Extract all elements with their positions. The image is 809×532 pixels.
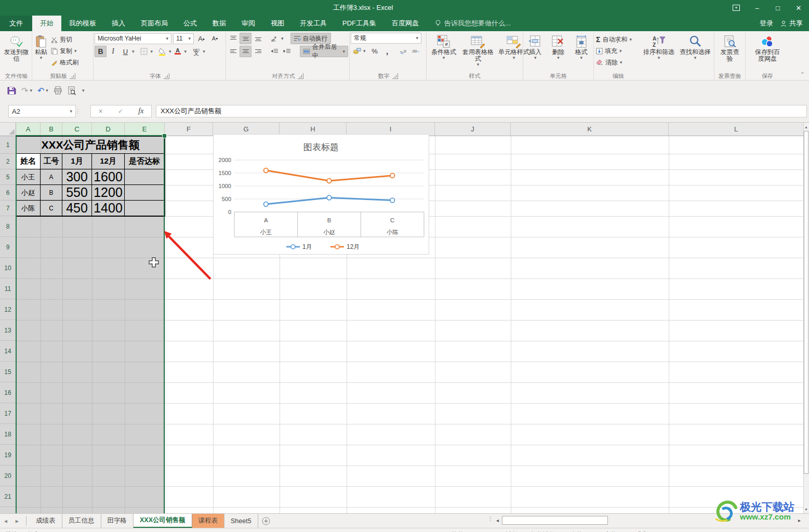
sheet-tab-田字格[interactable]: 田字格 [101,514,134,528]
underline-dropdown-icon[interactable]: ▾ [132,49,135,54]
ribbon-tab-PDF工具集[interactable]: PDF工具集 [335,16,384,31]
column-header-J[interactable]: J [435,123,511,136]
cell-C5[interactable]: 300 [62,169,92,185]
row-header-14[interactable]: 14 [0,341,16,362]
row-header-11[interactable]: 11 [0,278,16,299]
spreadsheet-area[interactable]: XXX公司产品销售额姓名工号1月12月是否达标小王A3001600小赵B5501… [0,123,803,513]
cell-header-1月[interactable]: 1月 [62,154,92,169]
active-cell-A2[interactable]: 姓名 [16,154,41,169]
fill-button[interactable]: 填充▾ [595,45,640,57]
sales-line-chart[interactable]: 图表标题0500100015002000A小王B小赵C小陈1月12月 [214,135,429,254]
fill-color-icon[interactable] [156,46,168,57]
dialog-launcher-icon[interactable] [70,73,75,79]
dialog-launcher-icon[interactable] [392,73,398,79]
increase-indent-icon[interactable] [281,46,293,57]
qat-customize-icon[interactable]: ▾ [82,88,85,93]
redo-button[interactable]: ↷▾ [21,86,32,96]
cell-B7[interactable]: C [41,201,62,216]
maximize-button[interactable]: □ [767,0,788,16]
row-header-2[interactable]: 2 [0,154,16,169]
invoice-check-button[interactable]: 发票查验 [718,33,742,62]
font-name-select[interactable]: Microsoft YaHei▾ [95,33,171,44]
row-header-12[interactable]: 12 [0,299,16,320]
ribbon-tab-公式[interactable]: 公式 [176,16,205,31]
decrease-font-icon[interactable]: A▾ [209,33,221,44]
decrease-decimal-icon[interactable]: .00→ [410,45,422,57]
increase-font-icon[interactable]: A▴ [195,33,207,44]
selection-fill-handle[interactable] [162,134,167,138]
align-right-icon[interactable] [252,46,264,57]
borders-icon[interactable] [138,46,150,57]
cell-D7[interactable]: 1400 [92,201,125,216]
conditional-formatting-button[interactable]: ≠ 条件格式 ▾ [428,33,460,60]
cell-C6[interactable]: 550 [62,185,92,201]
clear-button[interactable]: 清除▾ [595,57,640,68]
delete-cells-button[interactable]: 删除 ▾ [550,33,566,60]
row-header-partial[interactable] [0,507,16,513]
comma-style-icon[interactable]: , [381,45,393,57]
column-header-F[interactable]: F [165,123,213,136]
row-header-6[interactable]: 6 [0,185,16,201]
column-header-B[interactable]: B [41,123,62,136]
cell-E6[interactable] [125,185,165,201]
save-to-baidu-button[interactable]: 保存到百度网盘 [751,33,784,62]
align-top-icon[interactable] [227,33,239,44]
row-header-8[interactable]: 8 [0,216,16,237]
ribbon-tab-页面布局[interactable]: 页面布局 [133,16,176,31]
format-as-table-button[interactable]: 套用表格格式 ▾ [461,33,495,67]
cell-A5[interactable]: 小王 [16,169,41,185]
horizontal-scrollbar[interactable]: ◂ ▸ [494,515,803,525]
ribbon-tab-数据[interactable]: 数据 [205,16,234,31]
underline-button[interactable]: U [120,46,131,57]
number-format-select[interactable]: 常规▾ [351,33,421,44]
column-header-D[interactable]: D [92,123,125,136]
row-header-13[interactable]: 13 [0,320,16,341]
grid-area[interactable]: XXX公司产品销售额姓名工号1月12月是否达标小王A3001600小赵B5501… [0,123,803,513]
cell-header-12月[interactable]: 12月 [92,154,125,169]
undo-button[interactable]: ↶▾ [37,86,48,96]
row-header-7[interactable]: 7 [0,201,16,216]
italic-button[interactable]: I [107,46,119,57]
column-header-C[interactable]: C [62,123,92,136]
sheet-tab-成绩表[interactable]: 成绩表 [30,514,62,528]
select-all-corner[interactable] [0,123,16,136]
accounting-format-icon[interactable] [351,45,363,57]
dialog-launcher-icon[interactable] [164,73,169,79]
cell-A1-title[interactable]: XXX公司产品销售额 [16,136,165,154]
hscroll-thumb[interactable] [502,516,608,525]
font-size-select[interactable]: 11▾ [173,33,194,44]
orientation-icon[interactable]: ab [269,33,281,44]
row-header-1[interactable]: 1 [0,136,16,154]
row-header-18[interactable]: 18 [0,424,16,445]
cell-E5[interactable] [125,169,165,185]
cell-B6[interactable]: B [41,185,62,201]
cell-D5[interactable]: 1600 [92,169,125,185]
phonetic-guide-icon[interactable]: wén文 [190,46,202,57]
ribbon-tab-审阅[interactable]: 审阅 [234,16,263,31]
column-header-A[interactable]: A [16,123,41,136]
tab-scroll-splitter[interactable]: ⋮ [487,515,493,522]
format-cells-button[interactable]: 格式 ▾ [573,33,590,60]
collapse-ribbon-icon[interactable]: ⌃ [800,71,805,78]
align-center-icon[interactable] [240,46,251,57]
align-bottom-icon[interactable] [252,33,264,44]
column-header-L[interactable]: L [669,123,803,136]
sheet-next-icon[interactable]: ▸ [11,514,23,528]
row-header-16[interactable]: 16 [0,382,16,403]
cell-D6[interactable]: 1200 [92,185,125,201]
formula-input[interactable]: XXX公司产品销售额 [156,105,807,117]
row-header-21[interactable]: 21 [0,486,16,507]
ribbon-display-options-icon[interactable] [726,0,747,16]
cancel-entry-icon[interactable]: × [99,107,103,115]
copy-button[interactable]: 复制▾ [50,45,79,57]
close-button[interactable]: ✕ [788,0,809,16]
ribbon-tab-开发工具[interactable]: 开发工具 [292,16,335,31]
sheet-tab-Sheet5[interactable]: Sheet5 [224,514,258,528]
cell-header-工号[interactable]: 工号 [41,154,62,169]
column-header-E[interactable]: E [125,123,165,136]
vscroll-thumb[interactable] [804,131,808,474]
sheet-tab-XXX公司销售额[interactable]: XXX公司销售额 [134,514,192,528]
ribbon-tab-百度网盘[interactable]: 百度网盘 [384,16,427,31]
share-button[interactable]: 共享 [780,19,803,28]
row-header-10[interactable]: 10 [0,258,16,278]
